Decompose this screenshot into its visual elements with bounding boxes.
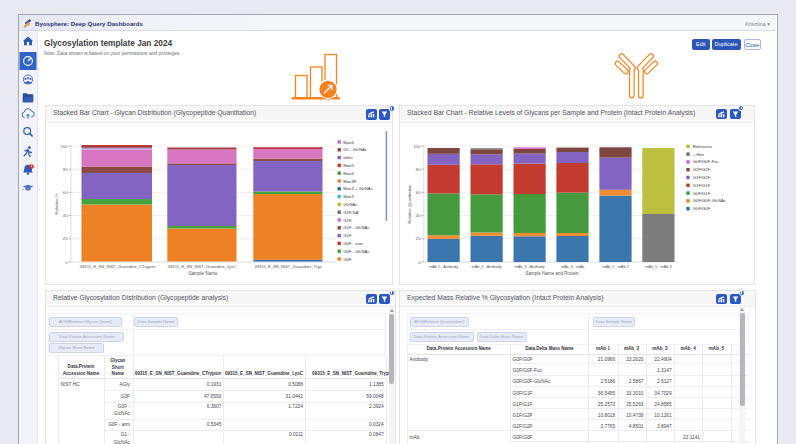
svg-text:09315_E_SN_NIST_Guanidine_LysC: 09315_E_SN_NIST_Guanidine_LysC: [168, 264, 236, 269]
svg-text:G0F - arm: G0F - arm: [343, 241, 363, 246]
svg-text:100: 100: [414, 144, 422, 149]
svg-text:20: 20: [416, 236, 421, 241]
svg-text:Sample Name: Sample Name: [188, 271, 218, 276]
svg-text:Man3: Man3: [343, 194, 354, 199]
svg-text:Relative %: Relative %: [54, 193, 59, 214]
svg-text:other: other: [343, 155, 353, 160]
svg-text:40: 40: [416, 213, 421, 218]
svg-text:G0F: G0F: [343, 257, 352, 262]
svg-text:G0F - GlcNAc: G0F - GlcNAc: [343, 249, 369, 254]
svg-text:mAb_3 - Antibody: mAb_3 - Antibody: [515, 265, 545, 269]
svg-text:mAb_5 - mAb 3: mAb_5 - mAb 3: [645, 265, 671, 269]
svg-text:G2F NA: G2F NA: [343, 210, 358, 215]
svg-text:G2F/G2F: G2F/G2F: [693, 167, 711, 172]
svg-text:Man3F: Man3F: [343, 179, 356, 184]
svg-text:mAb_2 - Antibody: mAb_2 - Antibody: [472, 265, 502, 269]
svg-text:mAb_5 - mAb 2: mAb_5 - mAb 2: [602, 265, 628, 269]
svg-text:80: 80: [416, 167, 421, 172]
svg-text:20: 20: [63, 236, 68, 241]
svg-text:0: 0: [65, 260, 68, 265]
svg-text:mAb_4 - mAb: mAb_4 - mAb: [561, 265, 584, 269]
svg-text:Man4: Man4: [343, 171, 354, 176]
svg-text:G1 - GlcNAc: G1 - GlcNAc: [343, 147, 367, 152]
svg-text:G0F/G0F: G0F/G0F: [693, 206, 711, 211]
svg-text:G1F/G1F: G1F/G1F: [693, 183, 711, 188]
svg-text:mAb 1 - Antibody: mAb 1 - Antibody: [429, 265, 458, 269]
svg-text:+ Hex: + Hex: [693, 152, 705, 157]
svg-text:G1F/G2F: G1F/G2F: [693, 175, 711, 180]
svg-text:G1F: G1F: [343, 233, 352, 238]
svg-text:G1F - GlcNAc: G1F - GlcNAc: [343, 225, 369, 230]
svg-text:G2F: G2F: [343, 218, 352, 223]
svg-text:Reference: Reference: [693, 144, 713, 149]
svg-text:Man3 + GlcNAc: Man3 + GlcNAc: [343, 186, 372, 191]
svg-text:09315_E_SN_NIST_Guanidine_CTry: 09315_E_SN_NIST_Guanidine_CTrypsin: [80, 264, 156, 269]
svg-text:40: 40: [63, 213, 68, 218]
svg-text:Relative Quantitation: Relative Quantitation: [407, 184, 412, 224]
svg-text:60: 60: [63, 190, 68, 195]
svg-text:G0F/G0F-Fuc: G0F/G0F-Fuc: [693, 159, 719, 164]
svg-text:09315_E_SN_NIST_Guanidine_Tryp: 09315_E_SN_NIST_Guanidine_Tryp: [254, 264, 322, 269]
svg-text:60: 60: [416, 190, 421, 195]
svg-text:Sample Name and Protein: Sample Name and Protein: [526, 271, 579, 276]
svg-text:80: 80: [63, 167, 68, 172]
svg-text:G0F/G1F: G0F/G1F: [693, 191, 711, 196]
svg-text:0: 0: [418, 260, 421, 265]
svg-text:GlcNAc: GlcNAc: [343, 202, 357, 207]
svg-text:100: 100: [61, 144, 69, 149]
svg-text:G0F/G0F-GlcNAc: G0F/G0F-GlcNAc: [693, 198, 726, 203]
svg-text:Man6: Man6: [343, 140, 354, 145]
svg-text:Man5: Man5: [343, 163, 354, 168]
